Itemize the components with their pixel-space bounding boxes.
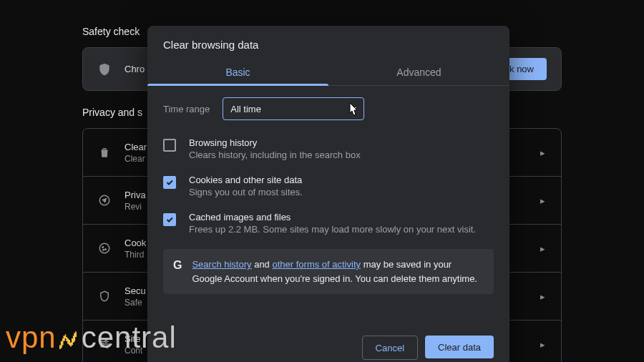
list-item-secondary: Clear: [125, 154, 147, 164]
list-item-secondary: Safe: [125, 298, 146, 308]
option-browsing-history[interactable]: Browsing history Clears history, includi…: [163, 133, 494, 170]
option-title: Cached images and files: [189, 212, 476, 222]
svg-point-2: [102, 247, 104, 248]
other-activity-link[interactable]: other forms of activity: [272, 259, 361, 270]
option-cached[interactable]: Cached images and files Frees up 2.2 MB.…: [163, 207, 494, 245]
notice-text: Search history and other forms of activi…: [192, 258, 484, 285]
dialog-title: Clear browsing data: [147, 26, 509, 59]
list-item-primary: Cook: [125, 238, 146, 248]
checkbox-cached[interactable]: [163, 213, 176, 226]
safety-check-label: Chro: [125, 64, 145, 74]
list-item-primary: Clear: [125, 142, 147, 152]
search-history-link[interactable]: Search history: [192, 259, 251, 270]
time-range-value: All time: [230, 104, 261, 114]
checkbox-browsing-history[interactable]: [163, 139, 176, 152]
clear-data-button[interactable]: Clear data: [425, 336, 494, 358]
svg-point-1: [99, 243, 109, 253]
svg-point-3: [105, 249, 107, 250]
chevron-right-icon: ▸: [540, 147, 545, 158]
bolt-icon: 🗲: [58, 330, 80, 354]
compass-icon: [97, 193, 112, 207]
google-account-notice: G Search history and other forms of acti…: [163, 249, 494, 294]
cancel-button[interactable]: Cancel: [362, 336, 418, 360]
option-desc: Frees up 2.2 MB. Some sites may load mor…: [189, 224, 476, 235]
dialog-tabs: Basic Advanced: [147, 59, 509, 86]
shield-outline-icon: [97, 289, 112, 303]
clear-browsing-data-dialog: Clear browsing data Basic Advanced Time …: [147, 26, 509, 362]
list-item-primary: Priva: [125, 190, 146, 200]
time-range-label: Time range: [163, 104, 210, 114]
time-range-select[interactable]: All time: [223, 97, 364, 120]
option-desc: Signs you out of most sites.: [189, 187, 303, 197]
trash-icon: [97, 145, 112, 160]
watermark-vpn: vpn: [6, 321, 57, 355]
option-title: Cookies and other site data: [189, 175, 303, 185]
shield-icon: [97, 62, 112, 77]
chevron-right-icon: ▸: [540, 195, 545, 206]
chevron-down-icon: [351, 107, 356, 111]
watermark-central: central: [82, 321, 177, 355]
list-item-primary: Secu: [125, 285, 146, 296]
watermark-logo: vpn 🗲 central: [6, 321, 177, 355]
option-desc: Clears history, including in the search …: [189, 150, 361, 160]
list-item-secondary: Revi: [125, 202, 146, 212]
chevron-right-icon: ▸: [540, 243, 545, 254]
option-cookies[interactable]: Cookies and other site data Signs you ou…: [163, 170, 494, 207]
chevron-right-icon: ▸: [540, 291, 545, 302]
tab-basic[interactable]: Basic: [147, 59, 328, 85]
chevron-right-icon: ▸: [540, 339, 545, 350]
google-logo-icon: G: [173, 259, 182, 272]
checkbox-cookies[interactable]: [163, 176, 176, 189]
cookie-icon: [97, 241, 112, 255]
option-title: Browsing history: [189, 137, 361, 148]
list-item-secondary: Third: [125, 250, 146, 260]
tab-advanced[interactable]: Advanced: [328, 59, 509, 85]
svg-point-4: [103, 250, 104, 251]
